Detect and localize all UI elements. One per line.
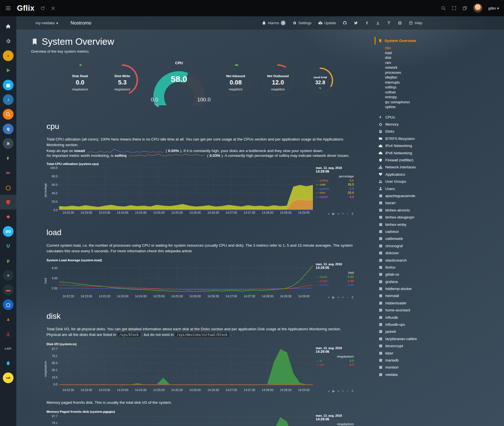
nav-github[interactable] — [343, 21, 347, 25]
legend-nice[interactable]: nice 20.4 — [316, 191, 354, 195]
menu-app-calibreweb[interactable]: calibreweb — [375, 235, 504, 242]
gauge-net-inbound[interactable]: Net Inbound 0.08 megabits/s — [215, 61, 257, 106]
forward-icon[interactable]: » — [337, 389, 339, 393]
menu-section-disks[interactable]: Disks — [375, 128, 504, 135]
menu-app-elasticsearch[interactable]: elasticsearch — [375, 257, 504, 264]
sidebar-app-downloader[interactable] — [0, 327, 16, 341]
close-icon[interactable] — [51, 6, 56, 11]
zoom-out-icon[interactable]: − — [346, 212, 348, 216]
nav-download[interactable] — [376, 21, 380, 25]
zoom-in-icon[interactable]: + — [342, 295, 344, 299]
hamburger-menu-icon[interactable] — [5, 5, 11, 11]
menu-app-home-assistant[interactable]: home-assistant — [375, 307, 504, 314]
menu-section-users[interactable]: Users — [375, 185, 504, 192]
menu-section-memory[interactable]: Memory — [375, 121, 504, 128]
menu-section-applications[interactable]: Applications — [375, 171, 504, 178]
submenu-load[interactable]: load — [385, 51, 504, 56]
menu-app-jackett[interactable]: jackett — [375, 328, 504, 335]
nav-upload[interactable] — [387, 21, 391, 25]
submenu-softnet[interactable]: softnet — [385, 90, 504, 95]
avatar[interactable] — [473, 3, 483, 13]
nav-settings[interactable]: Settings — [292, 21, 311, 25]
menu-app-hddtemp-docker[interactable]: hddtemp-docker — [375, 285, 504, 292]
sidebar-app-droplet[interactable] — [0, 356, 16, 371]
submenu-interrupts[interactable]: interrupts — [385, 80, 504, 85]
legend-out[interactable]: out -5.3 — [316, 363, 354, 367]
submenu-entropy[interactable]: entropy — [385, 95, 504, 100]
sidebar-app-flood[interactable]: ▢ — [0, 297, 16, 312]
nav-update[interactable]: Update — [318, 21, 336, 25]
resize-icon[interactable]: ⇕ — [351, 295, 354, 299]
nav-facebook[interactable] — [365, 21, 369, 25]
menu-section-cpus[interactable]: CPUs — [375, 114, 504, 121]
legend-iowait[interactable]: iowait 0.0 — [316, 195, 354, 199]
sidebar-app-utorrent[interactable]: µ — [0, 253, 16, 268]
menu-app-bazarr[interactable]: bazarr — [375, 199, 504, 206]
disk-chart-plot[interactable]: 97.778.158.639.119.50.014:22:3014:23:001… — [47, 346, 313, 394]
gauge-net-outbound[interactable]: Net Outbound 12.0 megabits/s — [257, 61, 299, 106]
nav-alarms[interactable]: Alarms 2 — [262, 21, 286, 25]
menu-app-influxdb[interactable]: influxdb — [375, 314, 504, 321]
menu-app-diskover[interactable]: diskover — [375, 249, 504, 257]
gauge-disk-write[interactable]: Disk Write 5.3 megabytes/s — [101, 61, 143, 106]
sidebar-app-couchpotato[interactable]: oo — [0, 224, 16, 239]
menu-section-network-interfaces[interactable]: Network Interfaces — [375, 164, 504, 171]
sidebar-app-unraid[interactable]: U — [0, 239, 16, 253]
cpu-chart-plot[interactable]: 100.080.060.040.020.00.014:22:3014:23:00… — [47, 166, 313, 216]
host-dropdown[interactable]: my-netdata ▾ — [36, 21, 58, 25]
menu-section-btrfs-filesystem[interactable]: BTRFS filesystem — [375, 135, 504, 142]
sidebar-app-settings[interactable] — [0, 34, 16, 48]
rewind-icon[interactable]: « — [328, 295, 330, 299]
menu-section-user-groups[interactable]: User Groups — [375, 178, 504, 185]
menu-app-chronograf[interactable]: chronograf — [375, 242, 504, 249]
sidebar-app-pills[interactable]: ▬ — [0, 283, 16, 297]
zoom-out-icon[interactable]: − — [346, 295, 348, 299]
submenu-softirqs[interactable]: softirqs — [385, 85, 504, 90]
menu-system-overview[interactable]: System Overview — [375, 37, 504, 44]
resize-icon[interactable]: ⇕ — [351, 389, 354, 393]
play-icon[interactable]: ▶ — [332, 212, 335, 216]
legend-system[interactable]: system 2.3 — [316, 187, 354, 191]
search-icon[interactable] — [441, 6, 446, 11]
legend-user[interactable]: user 35.3 — [316, 182, 354, 187]
gauge-used-ram[interactable]: Used RAM 32.8 % — [303, 65, 338, 102]
forward-icon[interactable]: » — [337, 212, 339, 216]
sidebar-app-qbittorrent[interactable]: q — [0, 122, 16, 136]
menu-app-letsencrypt[interactable]: letsencrypt — [375, 342, 504, 349]
play-icon[interactable]: ▶ — [332, 389, 335, 393]
menu-app-apacheguacamole[interactable]: apacheguacamole — [375, 192, 504, 199]
menu-app-cadvisor[interactable]: cadvisor — [375, 228, 504, 235]
submenu-processes[interactable]: processes — [385, 70, 504, 75]
menu-app-binhex-emby[interactable]: binhex-emby — [375, 221, 504, 228]
load-chart-plot[interactable]: 6.004.002.0014:22:3014:23:0014:23:3014:2… — [47, 262, 313, 300]
menu-app-heimdall[interactable]: heimdall — [375, 292, 504, 299]
submenu-disk[interactable]: disk — [385, 55, 504, 61]
legend-softirq[interactable]: softirq 0.0 — [316, 179, 354, 183]
sidebar-app-portainer[interactable]: ▣ — [0, 78, 16, 92]
sidebar-app-organizr[interactable]: ✕ — [0, 136, 16, 151]
gauge-disk-read[interactable]: Disk Read 0.0 megabytes/s — [59, 61, 101, 106]
legend-load1[interactable]: load1 6.51 — [316, 275, 354, 279]
menu-app-lidarr[interactable]: lidarr — [375, 349, 504, 356]
sidebar-app-plex[interactable]: › — [0, 48, 16, 63]
submenu-ram[interactable]: ram — [385, 61, 504, 66]
menu-app-firefox[interactable]: firefox — [375, 264, 504, 271]
nav-help[interactable]: Help — [409, 21, 422, 25]
sidebar-app-sabnzbd[interactable]: sab — [0, 371, 16, 385]
sidebar-app-netdata[interactable] — [0, 195, 16, 209]
menu-section-firewall-netfilter[interactable]: Firewall (netfilter) — [375, 157, 504, 164]
gauge-cpu[interactable]: CPU 58.0 0.0 100.0 % — [145, 61, 213, 110]
submenu-network[interactable]: network — [385, 65, 504, 70]
sidebar-app-lazylibrarian[interactable]: LAZY — [0, 341, 16, 356]
sidebar-app-jackett[interactable] — [0, 107, 16, 122]
forward-icon[interactable]: » — [337, 295, 339, 299]
sidebar-app-ubooquity[interactable]: ◯ — [0, 180, 16, 195]
menu-section-ipv4-networking[interactable]: IPv4 Networking — [375, 142, 504, 149]
resize-icon[interactable]: ⇕ — [351, 212, 354, 216]
menu-app-binhex-airsonic[interactable]: binhex-airsonic — [375, 207, 504, 214]
sidebar-app-home[interactable] — [0, 19, 16, 34]
rewind-icon[interactable]: « — [328, 212, 330, 216]
user-menu[interactable]: gilbn ▾ — [488, 6, 499, 10]
submenu-cpu[interactable]: cpu — [385, 46, 504, 51]
menu-app-lazylibrarian-calibre[interactable]: lazylibrarian-calibre — [375, 335, 504, 342]
